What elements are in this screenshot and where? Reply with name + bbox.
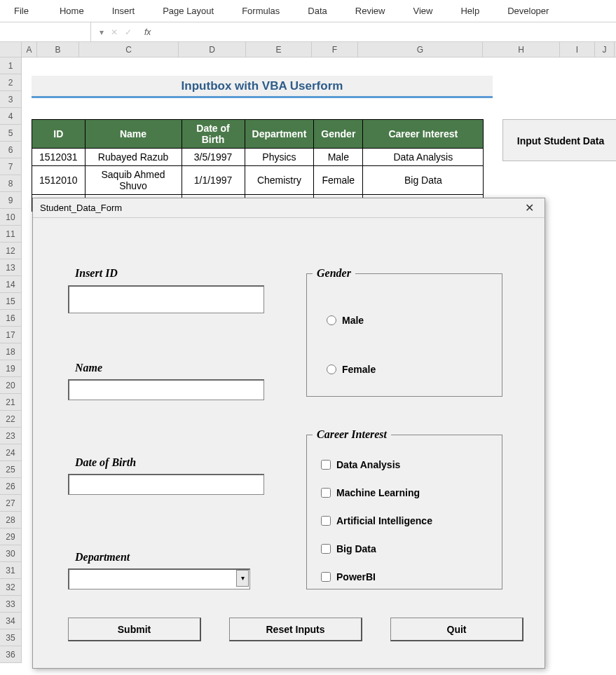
tab-insert[interactable]: Insert <box>107 1 141 20</box>
row-header-9[interactable]: 9 <box>0 192 21 209</box>
check-ai[interactable]: Artificial Intelligence <box>321 515 432 526</box>
col-header-c[interactable]: C <box>79 42 179 57</box>
chevron-down-icon[interactable]: ▾ <box>236 570 249 587</box>
select-all-corner[interactable] <box>0 42 22 57</box>
tab-help[interactable]: Help <box>455 1 485 20</box>
row-header-23[interactable]: 23 <box>0 428 21 444</box>
check-data-analysis[interactable]: Data Analysis <box>321 459 400 470</box>
cell[interactable]: Rubayed Razub <box>85 149 182 166</box>
cell[interactable]: Big Data <box>363 166 484 195</box>
cell[interactable]: Chemistry <box>245 166 314 195</box>
row-header-4[interactable]: 4 <box>0 108 21 125</box>
tab-page-layout[interactable]: Page Layout <box>157 1 219 20</box>
checkbox-input[interactable] <box>321 544 331 554</box>
cell[interactable]: 3/5/1997 <box>182 149 245 166</box>
cell[interactable]: Physics <box>245 149 314 166</box>
row-header-17[interactable]: 17 <box>0 327 21 343</box>
row-header-13[interactable]: 13 <box>0 259 21 276</box>
row-header-10[interactable]: 10 <box>0 209 21 226</box>
row-header-1[interactable]: 1 <box>0 57 21 74</box>
check-machine-learning[interactable]: Machine Learning <box>321 487 420 498</box>
row-header-27[interactable]: 27 <box>0 495 21 512</box>
col-header-h[interactable]: H <box>483 42 560 57</box>
tab-view[interactable]: View <box>407 1 438 20</box>
cell[interactable]: Data Analysis <box>363 149 484 166</box>
row-header-5[interactable]: 5 <box>0 125 21 142</box>
id-field[interactable] <box>68 285 264 313</box>
tab-developer[interactable]: Developer <box>502 1 554 20</box>
row-header-12[interactable]: 12 <box>0 243 21 259</box>
row-header-28[interactable]: 28 <box>0 512 21 529</box>
col-header-e[interactable]: E <box>246 42 312 57</box>
row-header-14[interactable]: 14 <box>0 276 21 293</box>
row-header-31[interactable]: 31 <box>0 562 21 579</box>
department-combo[interactable] <box>68 568 250 589</box>
quit-button[interactable]: Quit <box>390 618 523 641</box>
row-header-6[interactable]: 6 <box>0 142 21 158</box>
row-header-34[interactable]: 34 <box>0 613 21 629</box>
row-header-15[interactable]: 15 <box>0 293 21 310</box>
enter-icon[interactable]: ✓ <box>125 27 132 37</box>
cancel-icon[interactable]: ✕ <box>111 27 118 37</box>
check-big-data[interactable]: Big Data <box>321 543 376 554</box>
checkbox-input[interactable] <box>321 572 331 582</box>
row-header-18[interactable]: 18 <box>0 343 21 360</box>
cell[interactable]: 1512010 <box>32 166 85 195</box>
col-header-j[interactable]: J <box>595 42 615 57</box>
name-box[interactable] <box>0 22 91 41</box>
close-icon[interactable]: ✕ <box>518 201 540 214</box>
checkbox-input[interactable] <box>321 488 331 498</box>
tab-data[interactable]: Data <box>302 1 332 20</box>
cell[interactable]: Male <box>314 149 363 166</box>
fx-label[interactable]: fx <box>140 27 151 37</box>
row-header-20[interactable]: 20 <box>0 377 21 394</box>
col-header-d[interactable]: D <box>179 42 246 57</box>
row-header-16[interactable]: 16 <box>0 310 21 327</box>
col-header-g[interactable]: G <box>358 42 483 57</box>
row-header-7[interactable]: 7 <box>0 158 21 175</box>
tab-review[interactable]: Review <box>350 1 391 20</box>
row-header-26[interactable]: 26 <box>0 478 21 495</box>
row-header-36[interactable]: 36 <box>0 646 21 663</box>
col-header-i[interactable]: I <box>560 42 595 57</box>
name-field[interactable] <box>68 379 264 400</box>
row-header-25[interactable]: 25 <box>0 461 21 478</box>
checkbox-input[interactable] <box>321 460 331 470</box>
row-header-32[interactable]: 32 <box>0 579 21 596</box>
checkbox-input[interactable] <box>321 516 331 526</box>
dob-field[interactable] <box>68 474 264 495</box>
cell[interactable]: Saquib Ahmed Shuvo <box>85 166 182 195</box>
tab-formulas[interactable]: Formulas <box>236 1 285 20</box>
cell[interactable]: 1/1/1997 <box>182 166 245 195</box>
cell[interactable]: 1512031 <box>32 149 85 166</box>
row-header-11[interactable]: 11 <box>0 226 21 243</box>
input-student-data-button[interactable]: Input Student Data <box>502 119 616 161</box>
radio-input[interactable] <box>327 315 336 325</box>
row-header-19[interactable]: 19 <box>0 360 21 377</box>
userform-titlebar[interactable]: Student_Data_Form ✕ <box>33 198 545 218</box>
row-header-3[interactable]: 3 <box>0 91 21 108</box>
row-header-33[interactable]: 33 <box>0 596 21 613</box>
table-row[interactable]: 1512031 Rubayed Razub 3/5/1997 Physics M… <box>32 149 484 166</box>
radio-female[interactable]: Female <box>327 364 376 375</box>
row-header-35[interactable]: 35 <box>0 629 21 646</box>
check-powerbi[interactable]: PowerBI <box>321 571 376 582</box>
row-header-24[interactable]: 24 <box>0 444 21 461</box>
radio-input[interactable] <box>327 364 336 374</box>
row-header-22[interactable]: 22 <box>0 411 21 428</box>
table-row[interactable]: 1512010 Saquib Ahmed Shuvo 1/1/1997 Chem… <box>32 166 484 195</box>
submit-button[interactable]: Submit <box>68 618 201 641</box>
col-header-b[interactable]: B <box>37 42 79 57</box>
radio-male[interactable]: Male <box>327 315 364 326</box>
col-header-f[interactable]: F <box>312 42 358 57</box>
reset-button[interactable]: Reset Inputs <box>229 618 362 641</box>
row-header-8[interactable]: 8 <box>0 175 21 192</box>
col-header-a[interactable]: A <box>22 42 37 57</box>
row-header-2[interactable]: 2 <box>0 74 21 91</box>
row-header-30[interactable]: 30 <box>0 545 21 562</box>
tab-home[interactable]: Home <box>54 1 90 20</box>
dropdown-icon[interactable]: ▾ <box>100 27 104 37</box>
row-header-29[interactable]: 29 <box>0 529 21 545</box>
tab-file[interactable]: File <box>6 1 37 20</box>
row-header-21[interactable]: 21 <box>0 394 21 411</box>
